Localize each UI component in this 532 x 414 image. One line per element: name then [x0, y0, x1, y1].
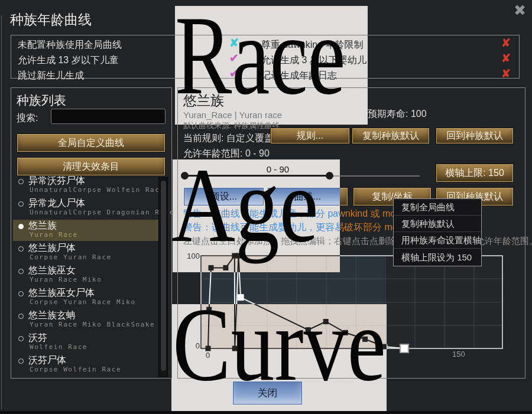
race-name: 悠兰族玄蚺	[28, 309, 76, 322]
radio-icon	[18, 358, 24, 364]
range-slider-track-rest[interactable]	[330, 175, 420, 177]
watermark-box-curve: Curve	[171, 304, 387, 411]
race-defname: Wolfein Race	[30, 343, 87, 351]
watermark-word-age: Age	[171, 152, 319, 259]
global-custom-curve-button[interactable]: 全局自定义曲线	[17, 133, 166, 152]
x-axis-max-label: 150	[452, 350, 465, 358]
race-defname: Corpse Yuran Race Miko	[30, 298, 136, 306]
cleanup-entries-button[interactable]: 清理失效条目	[17, 157, 166, 176]
menu-set-axis-150[interactable]: 横轴上限设为 150	[394, 249, 481, 266]
context-menu: 复制全局曲线 复制种族默认 用种族寿命设置横轴 横轴上限设为 150	[393, 198, 482, 266]
watermark-box-race: Race	[175, 6, 368, 125]
checkbox-pawnkind[interactable]: ✘	[501, 37, 511, 48]
race-list-heading: 种族列表	[17, 92, 66, 109]
mod-settings-window: 种族年龄曲线 ✖ 未配置种族使用全局曲线 允许生成 13 岁以下儿童 跳过新生儿…	[0, 0, 532, 414]
scrollbar-thumb[interactable]	[160, 180, 167, 371]
radio-icon	[18, 269, 24, 274]
race-name: 异常龙人尸体	[28, 197, 85, 210]
left-edge-line	[1, 15, 2, 409]
copy-race-default-button[interactable]: 复制种族默认	[352, 128, 430, 144]
race-name: 沃芬	[28, 332, 47, 344]
race-row[interactable]: 沃芬尸体 Corpse Wolfein Race	[13, 354, 158, 377]
watermark-word-race: Race	[175, 0, 346, 112]
race-name: 沃芬尸体	[28, 354, 66, 367]
watermark-box-age: Age	[173, 159, 340, 272]
checkbox-infants[interactable]: ✘	[501, 53, 511, 64]
race-row[interactable]: 异常龙人尸体 UnnaturalCorpse Dragonian Race	[13, 197, 158, 220]
close-icon[interactable]: ✖	[514, 2, 526, 19]
search-input[interactable]	[51, 109, 166, 124]
radio-icon-selected	[18, 224, 24, 229]
race-row[interactable]: 悠兰族玄蚺 Yuran Race Miko BlackSnake	[13, 309, 158, 332]
race-defname: UnnaturalCorpse Dragonian Race	[30, 208, 174, 216]
life-expectancy: 预期寿命: 100	[368, 108, 427, 120]
radio-icon	[18, 291, 24, 296]
bottom-strip	[0, 411, 532, 414]
race-row[interactable]: 悠兰族尸体 Corpse Yuran Race	[13, 242, 158, 265]
rules-button[interactable]: 规则...	[270, 128, 350, 144]
race-row[interactable]: 悠兰族巫女尸体 Corpse Yuran Race Miko	[13, 287, 158, 309]
race-defname: Corpse Yuran Race	[30, 253, 112, 261]
race-row[interactable]: 沃芬 Wolfein Race	[13, 332, 158, 354]
radio-icon	[18, 201, 24, 207]
race-defname: Corpse Wolfein Race	[30, 366, 121, 373]
radio-icon	[18, 336, 24, 341]
search-label: 搜索:	[17, 112, 38, 125]
menu-set-axis-by-lifespan[interactable]: 用种族寿命设置横轴	[394, 232, 481, 249]
race-name: 异常沃芬尸体	[28, 175, 85, 187]
race-defname: UnnaturalCorpse Wolfein Race	[30, 186, 165, 194]
current-rule: 当前规则: 自定义覆盖	[183, 132, 274, 145]
race-row-selected[interactable]: 悠兰族 Yuran Race	[13, 220, 158, 241]
window-title: 种族年龄曲线	[10, 11, 92, 29]
race-row[interactable]: 异常沃芬尸体 UnnaturalCorpse Wolfein Race	[13, 175, 158, 197]
race-defname: Yuran Race Miko BlackSnake	[30, 321, 155, 328]
race-name: 悠兰族	[28, 220, 57, 232]
reset-race-default-button[interactable]: 回到种族默认	[436, 128, 514, 144]
race-defname: Yuran Race	[30, 231, 78, 239]
menu-copy-race-default[interactable]: 复制种族默认	[394, 216, 481, 232]
radio-icon	[18, 314, 24, 319]
menu-copy-global-curve[interactable]: 复制全局曲线	[394, 199, 481, 216]
radio-icon	[18, 246, 24, 252]
checkbox-log[interactable]: ✘	[501, 68, 511, 79]
option-children-label: 允许生成 13 岁以下儿童	[18, 54, 119, 67]
axis-limit-button[interactable]: 横轴上限: 150	[436, 164, 514, 182]
race-name: 悠兰族尸体	[28, 242, 76, 255]
race-name: 悠兰族巫女	[28, 265, 76, 277]
race-defname: Yuran Race Miko	[30, 276, 102, 283]
radio-icon	[18, 179, 24, 184]
curve-point[interactable]	[400, 344, 408, 353]
race-name: 悠兰族巫女尸体	[28, 287, 95, 299]
option-skip-newborn-label: 跳过新生儿生成	[18, 70, 84, 82]
race-row[interactable]: 悠兰族巫女 Yuran Race Miko	[13, 265, 158, 287]
option-global-curve-label: 未配置种族使用全局曲线	[18, 39, 122, 51]
watermark-word-curve: Curve	[173, 292, 386, 397]
